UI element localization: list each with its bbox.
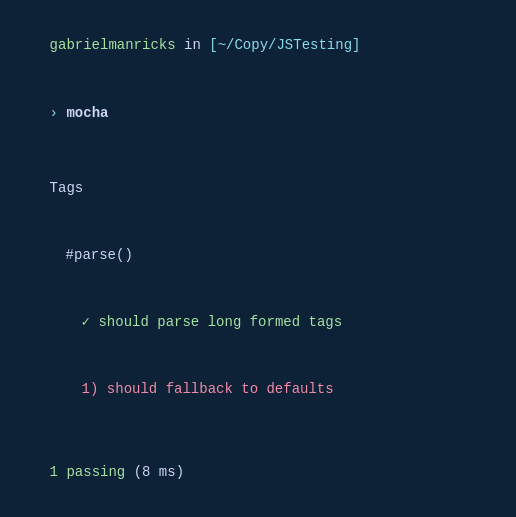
tags-label: Tags	[16, 154, 500, 221]
prompt-line: › mocha	[16, 79, 500, 146]
path: [~/Copy/JSTesting]	[209, 37, 360, 53]
passing-time: (8 ms)	[125, 464, 184, 480]
pass-check: ✓	[50, 314, 90, 330]
section-label: Tags	[50, 180, 84, 196]
parse-fn: #parse()	[50, 247, 133, 263]
fail-text: should fallback to defaults	[98, 381, 333, 397]
header-line: gabrielmanricks in [~/Copy/JSTesting]	[16, 12, 500, 79]
prompt-symbol: ›	[50, 105, 58, 121]
passing-label: passing	[66, 464, 125, 480]
failing-line: 1 failing	[16, 506, 500, 517]
passing-line: 1 passing (8 ms)	[16, 439, 500, 506]
fail-num: 1)	[50, 381, 99, 397]
in-text: in	[176, 37, 210, 53]
pass-text: should parse long formed tags	[90, 314, 342, 330]
parse-fn-line: #parse()	[16, 222, 500, 289]
command-text: mocha	[66, 105, 108, 121]
username: gabrielmanricks	[50, 37, 176, 53]
terminal-window: gabrielmanricks in [~/Copy/JSTesting] › …	[0, 0, 516, 517]
fail-test-line: 1) should fallback to defaults	[16, 356, 500, 423]
passing-num: 1	[50, 464, 58, 480]
pass-test-line: ✓ should parse long formed tags	[16, 289, 500, 356]
